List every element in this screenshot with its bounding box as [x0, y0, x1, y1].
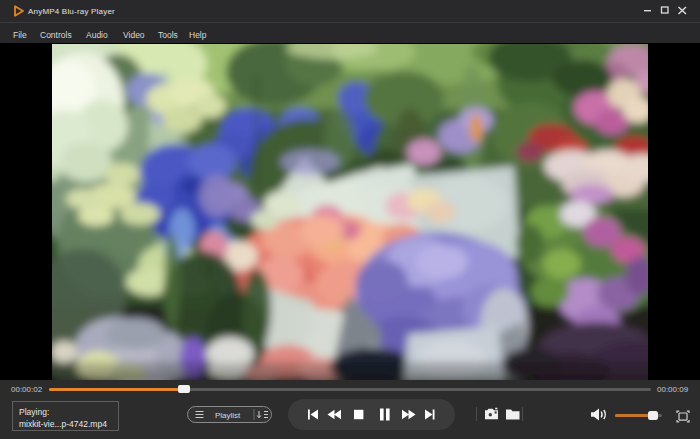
svg-text:Playlist: Playlist: [215, 411, 241, 420]
